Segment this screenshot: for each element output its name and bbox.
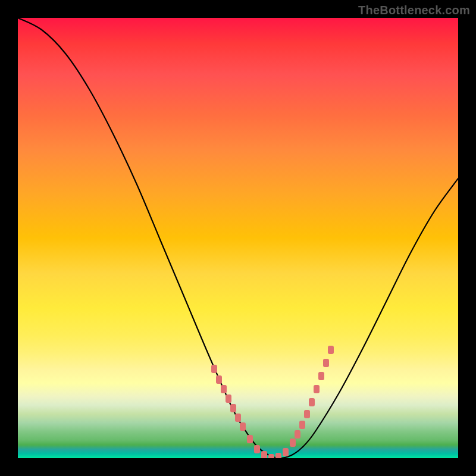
bottleneck-marker bbox=[230, 404, 236, 412]
bottleneck-marker bbox=[328, 346, 334, 354]
bottleneck-marker bbox=[216, 375, 222, 384]
bottleneck-marker bbox=[323, 359, 329, 367]
watermark-text: TheBottleneck.com bbox=[358, 4, 470, 17]
curve-path bbox=[18, 18, 458, 458]
bottleneck-marker bbox=[240, 422, 246, 431]
bottleneck-marker bbox=[304, 410, 310, 418]
bottleneck-marker bbox=[275, 453, 281, 458]
chart-svg bbox=[18, 18, 458, 458]
bottleneck-marker bbox=[226, 394, 231, 403]
bottleneck-marker bbox=[309, 398, 315, 406]
bottleneck-marker bbox=[283, 448, 289, 456]
plot-area bbox=[18, 18, 458, 458]
bottleneck-marker bbox=[299, 421, 305, 429]
bottleneck-marker bbox=[261, 451, 267, 458]
bottleneck-marker bbox=[235, 414, 241, 422]
bottleneck-marker bbox=[211, 365, 217, 373]
bottleneck-marker bbox=[221, 385, 227, 393]
bottleneck-marker bbox=[295, 430, 300, 439]
bottleneck-marker bbox=[247, 435, 253, 443]
bottleneck-marker bbox=[290, 439, 296, 447]
bottleneck-marker bbox=[254, 445, 260, 453]
bottleneck-marker bbox=[318, 372, 324, 380]
marker-group bbox=[211, 346, 334, 458]
bottleneck-marker bbox=[268, 454, 274, 458]
bottleneck-marker bbox=[314, 385, 320, 393]
